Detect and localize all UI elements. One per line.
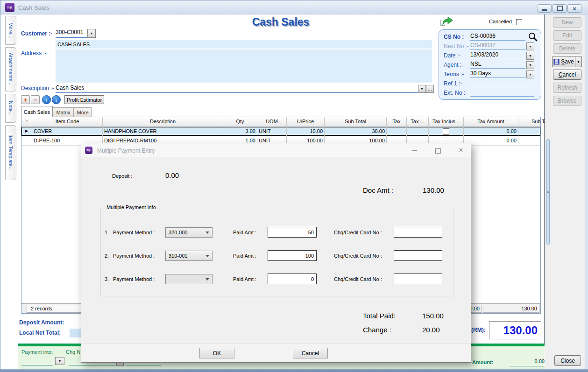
cell-qty[interactable]: 3.00 — [223, 127, 257, 136]
dialog-maximize-button[interactable] — [434, 147, 442, 154]
description-field[interactable]: Cash Sales — [56, 84, 84, 91]
ext-no-field[interactable] — [470, 89, 534, 97]
minimize-button[interactable] — [538, 4, 552, 13]
date-field[interactable]: 13/03/2020 — [470, 51, 525, 59]
footer-subtotal-tax-total: 130.00 — [483, 305, 539, 313]
restore-button[interactable] — [553, 4, 567, 13]
row-selector-header[interactable]: ≡ — [21, 117, 32, 126]
cancelled-checkbox[interactable] — [516, 19, 522, 25]
dialog-cancel-button[interactable]: Cancel — [293, 348, 328, 358]
chq-credit-card-input-2[interactable] — [394, 250, 442, 261]
chq-credit-card-input-1[interactable] — [394, 227, 442, 238]
cs-no-field[interactable]: CS-00036 — [470, 33, 525, 41]
transfer-arrow-icon[interactable] — [441, 16, 453, 26]
cell-uprice[interactable]: 10.00 — [287, 127, 325, 136]
column-header-uom[interactable]: UOM — [257, 117, 287, 126]
cell-description[interactable]: HANDPHONE COVER — [103, 127, 223, 136]
move-down-button[interactable]: ↓ — [52, 95, 61, 104]
description-more-button[interactable]: … — [426, 85, 434, 93]
window-right-edge — [585, 14, 588, 369]
cell-tax[interactable] — [387, 127, 407, 136]
paid-amt-label: Paid Amt : — [233, 253, 256, 259]
cs-no-label: CS No : — [444, 34, 464, 40]
column-header-description[interactable]: Description — [103, 117, 223, 126]
column-header-tax2[interactable]: Tax ... — [407, 117, 429, 126]
sidebar-tab-item-template[interactable]: Item Template... — [5, 125, 16, 180]
customer-field[interactable]: 300-C0001 — [56, 29, 87, 38]
column-header-qty[interactable]: Qty — [223, 117, 257, 126]
ok-button[interactable]: OK — [199, 348, 234, 358]
customer-name-field[interactable]: CASH SALES — [56, 40, 432, 49]
payment-method-select-2[interactable]: 310-001 — [165, 251, 213, 261]
cell-tax2[interactable] — [407, 127, 429, 136]
chq-credit-card-input-3[interactable] — [394, 274, 442, 284]
sidebar-tab-note[interactable]: Note... — [5, 94, 16, 123]
paid-amt-input-3[interactable] — [268, 274, 317, 284]
payment-into-dropdown-button[interactable]: ▼ — [55, 357, 64, 365]
dialog-minimize-button[interactable] — [411, 147, 418, 154]
sidebar-tab-attachments[interactable]: Attachments... — [5, 47, 16, 91]
close-button[interactable]: Close — [554, 355, 581, 366]
browse-button[interactable]: Browse — [553, 96, 581, 106]
profit-estimator-label: Profit Estimator — [67, 97, 102, 103]
delete-button[interactable]: Delete — [553, 43, 581, 54]
sidebar-tab-label: More... — [8, 22, 14, 38]
paid-amt-input-2[interactable] — [268, 250, 317, 261]
edit-button[interactable]: Edit — [553, 30, 581, 41]
cell-tax-amount[interactable]: 0.00 — [464, 127, 518, 136]
cell-subtotal[interactable]: 30.00 — [325, 127, 387, 136]
page-title: Cash Sales — [201, 16, 360, 28]
tab-cash-sales[interactable]: Cash Sales — [21, 106, 53, 117]
save-dropdown-button[interactable]: ▼ — [575, 56, 582, 67]
save-button[interactable]: Save — [552, 56, 575, 67]
cell-uom[interactable]: UNIT — [257, 127, 287, 136]
tab-more[interactable]: More — [74, 107, 92, 117]
column-header-tax-inclusive[interactable]: Tax Inclus... — [429, 117, 464, 126]
cell-item-code[interactable]: COVER — [32, 127, 103, 136]
column-header-subtotal[interactable]: Sub Total — [325, 117, 387, 126]
next-no-dropdown-button[interactable]: ▼ — [526, 42, 534, 50]
payment-row-number: 1. — [105, 230, 109, 235]
payment-into-field[interactable] — [21, 358, 53, 365]
tax-inclusive-checkbox[interactable] — [443, 128, 449, 135]
description-dropdown-button[interactable]: ▼ — [418, 85, 426, 93]
doc-amt-value: 130.00 — [423, 186, 444, 194]
profit-estimator-button[interactable]: Profit Estimator — [64, 95, 104, 104]
column-header-uprice[interactable]: U/Price — [287, 117, 325, 126]
column-header-tax[interactable]: Tax — [387, 117, 407, 126]
payment-amount-field[interactable]: 0.00 — [510, 358, 545, 366]
terms-field[interactable]: 30 Days — [470, 70, 525, 78]
payment-method-select-3[interactable] — [165, 274, 213, 284]
customer-dropdown-button[interactable]: ▼ — [87, 29, 96, 38]
new-button[interactable]: New — [553, 17, 581, 28]
add-row-button[interactable]: + — [21, 95, 30, 104]
paid-amt-input-1[interactable] — [268, 227, 317, 238]
remove-row-button[interactable]: − — [31, 95, 40, 104]
panel-splitter[interactable]: > — [546, 139, 550, 245]
address-field[interactable] — [56, 49, 432, 83]
refresh-button[interactable]: Refresh — [553, 83, 581, 93]
sidebar-tab-more[interactable]: More... — [5, 16, 16, 45]
payment-method-select-1[interactable]: 320-000 — [165, 227, 213, 238]
tab-matrix[interactable]: Matrix — [53, 107, 74, 117]
move-up-button[interactable]: ↑ — [42, 95, 51, 104]
search-icon[interactable] — [528, 32, 538, 42]
column-header-item-code[interactable]: Item Code — [32, 117, 103, 126]
cell-tax-amount[interactable]: 0.00 — [464, 136, 518, 145]
ref1-field[interactable] — [470, 79, 534, 87]
column-header-tax-amount[interactable]: Tax Amount — [464, 117, 518, 126]
date-dropdown-button[interactable]: ▼ — [526, 52, 534, 60]
terms-dropdown-button[interactable]: ▼ — [526, 70, 534, 78]
table-row-selected[interactable]: ▶ COVER HANDPHONE COVER 3.00 UNIT 10.00 … — [21, 127, 540, 136]
description-underline — [56, 92, 418, 93]
next-no-field[interactable]: CS-00037 — [470, 42, 525, 50]
chq-credit-card-label: Chq/Credit Card No : — [334, 276, 382, 282]
cancel-button[interactable]: Cancel — [553, 70, 581, 80]
payment-row-number: 2. — [105, 253, 109, 259]
chevron-down-icon — [205, 232, 209, 234]
agent-dropdown-button[interactable]: ▼ — [526, 61, 534, 69]
dialog-close-button[interactable]: × — [456, 145, 466, 155]
app-logo-text: SQL — [7, 6, 13, 9]
close-window-button[interactable]: × — [567, 4, 581, 13]
agent-field[interactable]: NSL — [470, 61, 525, 69]
